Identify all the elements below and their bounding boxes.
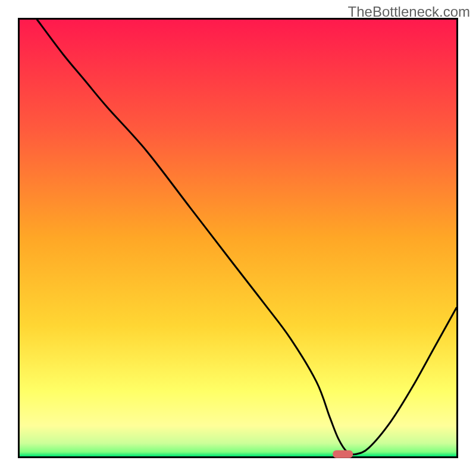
chart-svg [0,0,476,476]
chart-container: TheBottleneck.com [0,0,476,476]
plot-area [19,19,458,458]
watermark-text: TheBottleneck.com [348,4,470,20]
optimal-marker [333,450,353,458]
gradient-background [20,20,456,456]
